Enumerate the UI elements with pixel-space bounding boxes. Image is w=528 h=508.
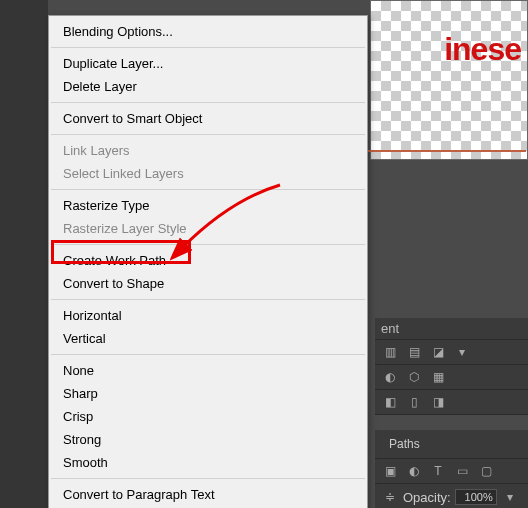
menu-convert-to-shape[interactable]: Convert to Shape (49, 272, 367, 295)
posterize-icon[interactable]: ▯ (405, 393, 423, 411)
opacity-input[interactable] (455, 489, 497, 505)
tab-paths[interactable]: Paths (381, 433, 428, 455)
menu-rasterize-type[interactable]: Rasterize Type (49, 194, 367, 217)
menu-separator (51, 189, 365, 190)
filter-adjustment-icon[interactable]: ◐ (405, 462, 423, 480)
menu-delete-layer[interactable]: Delete Layer (49, 75, 367, 98)
adjustments-icon-row: ▥ ▤ ◪ ▾ (375, 340, 528, 365)
menu-aa-crisp[interactable]: Crisp (49, 405, 367, 428)
menu-horizontal[interactable]: Horizontal (49, 304, 367, 327)
menu-blending-options[interactable]: Blending Options... (49, 20, 367, 43)
menu-select-linked-layers: Select Linked Layers (49, 162, 367, 185)
menu-rasterize-layer-style: Rasterize Layer Style (49, 217, 367, 240)
menu-convert-paragraph-text[interactable]: Convert to Paragraph Text (49, 483, 367, 506)
menu-link-layers: Link Layers (49, 139, 367, 162)
filter-pixel-icon[interactable]: ▣ (381, 462, 399, 480)
opacity-control: ≑ Opacity: ▾ (375, 484, 528, 508)
right-panels: ent ▥ ▤ ◪ ▾ ◐ ⬡ ▦ ◧ ▯ ◨ (375, 318, 528, 415)
opacity-label: Opacity: (403, 490, 451, 505)
panel-tabs: Paths (375, 430, 528, 459)
menu-separator (51, 134, 365, 135)
menu-aa-smooth[interactable]: Smooth (49, 451, 367, 474)
adjustments-label-fragment: ent (381, 321, 399, 336)
adjustment-icon[interactable]: ◪ (429, 343, 447, 361)
app-left-strip (0, 0, 48, 508)
layer-context-menu: Blending Options... Duplicate Layer... D… (48, 15, 368, 508)
menu-separator (51, 299, 365, 300)
menu-vertical[interactable]: Vertical (49, 327, 367, 350)
layer-filter-row: ▣ ◐ T ▭ ▢ (375, 459, 528, 484)
adjustments-icon-row: ◧ ▯ ◨ (375, 390, 528, 415)
hue-sat-icon[interactable]: ◐ (381, 368, 399, 386)
adjustments-panel-header: ent (375, 318, 528, 340)
layers-paths-panel: Paths ▣ ◐ T ▭ ▢ ≑ Opacity: ▾ (375, 430, 528, 508)
menu-duplicate-layer[interactable]: Duplicate Layer... (49, 52, 367, 75)
adjustment-icon[interactable]: ▤ (405, 343, 423, 361)
chevron-down-icon[interactable]: ▾ (501, 488, 519, 506)
adjustment-icon[interactable]: ▥ (381, 343, 399, 361)
blend-mode-dropdown-icon[interactable]: ≑ (381, 488, 399, 506)
filter-shape-icon[interactable]: ▭ (453, 462, 471, 480)
menu-separator (51, 478, 365, 479)
threshold-icon[interactable]: ◨ (429, 393, 447, 411)
color-lookup-icon[interactable]: ▦ (429, 368, 447, 386)
menu-aa-strong[interactable]: Strong (49, 428, 367, 451)
canvas-sample-text: inese (371, 1, 527, 68)
menu-separator (51, 354, 365, 355)
filter-smart-icon[interactable]: ▢ (477, 462, 495, 480)
menu-aa-none[interactable]: None (49, 359, 367, 382)
filter-type-icon[interactable]: T (429, 462, 447, 480)
menu-aa-sharp[interactable]: Sharp (49, 382, 367, 405)
canvas-preview: inese (370, 0, 528, 160)
canvas-border (368, 150, 526, 162)
menu-convert-smart-object[interactable]: Convert to Smart Object (49, 107, 367, 130)
photo-filter-icon[interactable]: ⬡ (405, 368, 423, 386)
adjustment-icon[interactable]: ▾ (453, 343, 471, 361)
menu-create-work-path[interactable]: Create Work Path (49, 249, 367, 272)
menu-separator (51, 102, 365, 103)
adjustments-icon-row: ◐ ⬡ ▦ (375, 365, 528, 390)
menu-separator (51, 47, 365, 48)
menu-separator (51, 244, 365, 245)
invert-icon[interactable]: ◧ (381, 393, 399, 411)
